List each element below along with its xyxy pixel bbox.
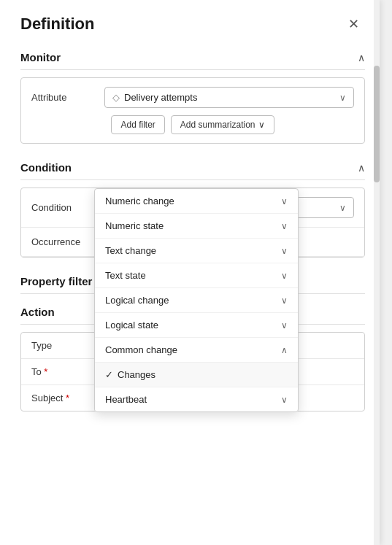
panel-title: Definition xyxy=(20,15,94,34)
condition-section-header[interactable]: Condition ∧ xyxy=(20,154,365,180)
add-summarization-label: Add summarization xyxy=(180,120,255,130)
type-label: Type xyxy=(31,340,104,351)
add-summarization-button[interactable]: Add summarization ∨ xyxy=(171,115,274,134)
scrollbar-thumb[interactable] xyxy=(374,66,380,182)
menu-item-logical-change-label: Logical change xyxy=(105,295,281,306)
condition-dropdown-menu: Numeric change ∨ Numeric state ∨ Text ch… xyxy=(94,188,299,412)
text-change-chevron: ∨ xyxy=(281,246,288,256)
condition-section: Condition ∧ Condition Changes ∨ Occurren… xyxy=(0,154,380,258)
attribute-dropdown-chevron: ∨ xyxy=(339,93,346,103)
text-state-chevron: ∨ xyxy=(281,271,288,281)
menu-item-numeric-change[interactable]: Numeric change ∨ xyxy=(95,189,298,214)
add-filter-button[interactable]: Add filter xyxy=(111,115,164,134)
menu-item-text-state[interactable]: Text state ∨ xyxy=(95,263,298,288)
menu-item-numeric-state-label: Numeric state xyxy=(105,220,281,231)
logical-state-chevron: ∨ xyxy=(281,320,288,331)
occurrence-label: Occurrence xyxy=(31,236,104,247)
logical-change-chevron: ∨ xyxy=(281,295,288,306)
action-section-title: Action xyxy=(20,306,55,318)
menu-item-changes[interactable]: ✓ Changes xyxy=(95,363,298,387)
monitor-section-content: Attribute ◇ Delivery attempts ∨ Add filt… xyxy=(20,77,365,144)
to-required-marker: * xyxy=(44,366,47,377)
menu-item-logical-change[interactable]: Logical change ∨ xyxy=(95,288,298,313)
attribute-value: Delivery attempts xyxy=(124,92,197,103)
monitor-section-header[interactable]: Monitor ∧ xyxy=(20,44,365,70)
to-label: To * xyxy=(31,366,104,377)
subject-label: Subject * xyxy=(31,393,104,403)
property-filter-title: Property filter xyxy=(20,275,92,287)
menu-item-heartbeat-label: Heartbeat xyxy=(105,394,281,405)
menu-item-common-change[interactable]: Common change ∧ xyxy=(95,338,298,363)
attribute-icon: ◇ xyxy=(112,92,120,103)
scrollbar-track xyxy=(374,0,380,545)
menu-item-text-state-label: Text state xyxy=(105,270,281,281)
attribute-label: Attribute xyxy=(31,92,104,103)
condition-dropdown-chevron: ∨ xyxy=(339,203,346,213)
menu-item-text-change-label: Text change xyxy=(105,245,281,256)
menu-item-text-change[interactable]: Text change ∨ xyxy=(95,239,298,263)
heartbeat-chevron: ∨ xyxy=(281,395,288,405)
attribute-dropdown[interactable]: ◇ Delivery attempts ∨ xyxy=(104,87,354,108)
menu-item-logical-state[interactable]: Logical state ∨ xyxy=(95,313,298,338)
monitor-section: Monitor ∧ Attribute ◇ Delivery attempts … xyxy=(0,44,380,144)
menu-item-heartbeat[interactable]: Heartbeat ∨ xyxy=(95,387,298,411)
menu-item-changes-label: Changes xyxy=(118,369,288,380)
condition-label: Condition xyxy=(31,202,104,213)
condition-section-title: Condition xyxy=(20,161,72,174)
monitor-section-title: Monitor xyxy=(20,51,61,63)
monitor-btn-row: Add filter Add summarization ∨ xyxy=(31,115,354,134)
menu-item-common-change-label: Common change xyxy=(105,344,281,355)
menu-item-logical-state-label: Logical state xyxy=(105,320,281,331)
subject-required-marker: * xyxy=(66,393,69,403)
condition-chevron-icon: ∧ xyxy=(358,162,365,174)
numeric-change-chevron: ∨ xyxy=(281,196,288,206)
add-summarization-chevron: ∨ xyxy=(258,120,265,130)
condition-section-content: Condition Changes ∨ Occurrence Numeric c… xyxy=(20,188,365,258)
panel-header: Definition ✕ xyxy=(0,0,380,44)
changes-check-icon: ✓ xyxy=(105,369,113,380)
monitor-chevron-icon: ∧ xyxy=(358,52,365,63)
close-button[interactable]: ✕ xyxy=(342,13,365,35)
numeric-state-chevron: ∨ xyxy=(281,221,288,231)
attribute-row: Attribute ◇ Delivery attempts ∨ xyxy=(31,87,354,108)
menu-item-numeric-state[interactable]: Numeric state ∨ xyxy=(95,214,298,239)
menu-item-numeric-change-label: Numeric change xyxy=(105,196,281,206)
common-change-chevron: ∧ xyxy=(281,345,288,355)
definition-panel: Definition ✕ Monitor ∧ Attribute ◇ Deliv… xyxy=(0,0,380,545)
